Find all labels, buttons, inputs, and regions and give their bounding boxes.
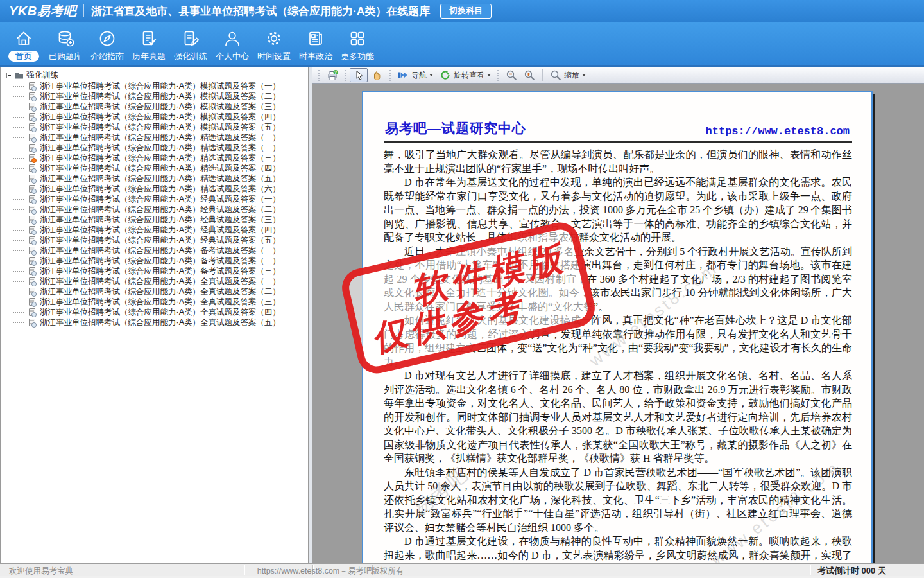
paper-label: 浙江事业单位招聘考试（综合应用能力·A类）精选试题及答案（五） <box>40 173 280 184</box>
zoom-level-label: 缩放 <box>564 70 579 81</box>
paper-doc-icon <box>29 216 35 223</box>
nav-profile[interactable]: 个人中心 <box>215 29 250 62</box>
paper-doc-icon <box>29 92 35 100</box>
tree-item-paper[interactable]: 浙江事业单位招聘考试（综合应用能力·A类）模拟试题及答案（一） <box>4 81 307 91</box>
paper-doc-icon <box>29 113 35 121</box>
paragraph: 舞，吸引了当地广大群众观看。尽管从编导到演员、配乐都是业余的，但演员们的眼神、表… <box>384 148 852 175</box>
toolbar-grip <box>389 70 391 81</box>
toolbar-grip <box>318 70 320 81</box>
nav-home-label: 首页 <box>8 51 39 62</box>
tree-item-paper[interactable]: 浙江事业单位招聘考试（综合应用能力·A类）全真试题及答案（四） <box>4 307 307 317</box>
navigate-label: 导航 <box>411 70 427 81</box>
tree-item-paper[interactable]: 浙江事业单位招聘考试（综合应用能力·A类）模拟试题及答案（二） <box>4 91 307 101</box>
app-logo: YKB易考吧 <box>9 3 76 20</box>
main-area: 强化训练 浙江事业单位招聘考试（综合应用能力·A类）模拟试题及答案（一） 浙江事… <box>0 67 924 563</box>
rotate-view-label: 旋转查看 <box>454 70 484 81</box>
document-page: 易考吧—试题研究中心 https://www.etest8.com 舞，吸引了当… <box>362 91 873 563</box>
tree-item-paper[interactable]: 浙江事业单位招聘考试（综合应用能力·A类）模拟试题及答案（五） <box>4 122 307 132</box>
tree-item-paper[interactable]: 浙江事业单位招聘考试（综合应用能力·A类）经典试题及答案（五） <box>4 235 307 245</box>
zoom-in-button[interactable] <box>520 68 538 82</box>
paper-doc-icon <box>29 103 35 110</box>
tree-item-paper[interactable]: 浙江事业单位招聘考试（综合应用能力·A类）全真试题及答案（五） <box>4 317 307 328</box>
paper-doc-icon <box>29 123 35 131</box>
nav-purchased-banks[interactable]: 已购题库 <box>48 29 83 62</box>
nav-time-settings[interactable]: 时间设置 <box>257 29 291 62</box>
collapse-expander-icon[interactable] <box>6 73 12 78</box>
tree-item-paper[interactable]: 浙江事业单位招聘考试（综合应用能力·A类）精选试题及答案（一） <box>4 132 307 143</box>
viewer-toolbar: ? 导航 旋转查看 <box>312 67 924 84</box>
paper-label: 浙江事业单位招聘考试（综合应用能力·A类）经典试题及答案（五） <box>40 235 280 246</box>
navigate-button[interactable]: 导航 <box>394 68 436 82</box>
gear-icon <box>264 29 284 48</box>
print-button[interactable]: ? <box>323 68 341 82</box>
tree-item-paper[interactable]: 浙江事业单位招聘考试（综合应用能力·A类）全真试题及答案（三） <box>4 297 307 307</box>
nav-current-affairs[interactable]: 时事政治 <box>298 29 333 62</box>
tree-item-paper[interactable]: 浙江事业单位招聘考试（综合应用能力·A类）精选试题及答案（五） <box>4 173 307 184</box>
paper-doc-icon <box>29 175 35 182</box>
tree-item-paper[interactable]: 浙江事业单位招聘考试（综合应用能力·A类）备考试题及答案（三） <box>4 266 307 276</box>
paper-label: 浙江事业单位招聘考试（综合应用能力·A类）模拟试题及答案（四） <box>40 112 280 123</box>
document-title: 易考吧—试题研究中心 <box>385 119 526 137</box>
folder-icon <box>15 72 23 79</box>
paper-doc-icon <box>29 164 35 172</box>
tree-item-paper[interactable]: 浙江事业单位招聘考试（综合应用能力·A类）精选试题及答案（三） <box>4 153 307 163</box>
exam-title: 浙江省直及地市、县事业单位招聘考试（综合应用能力·A类）在线题库 <box>91 4 430 19</box>
paper-doc-icon <box>29 206 35 213</box>
paper-label: 浙江事业单位招聘考试（综合应用能力·A类）模拟试题及答案（五） <box>40 122 280 133</box>
document-viewer: ? 导航 旋转查看 <box>312 67 924 563</box>
tree-item-paper[interactable]: 浙江事业单位招聘考试（综合应用能力·A类）全真试题及答案（二） <box>4 286 307 297</box>
toolbar-separator <box>542 69 543 81</box>
paper-doc-icon <box>29 319 35 326</box>
paragraph: D 市对现有文艺人才进行了详细摸底，建立了人才档案，组织开展文化名镇、名村、名品… <box>384 369 852 466</box>
status-copyright-text: https://www.etest8.com－易考吧版权所有 <box>237 566 424 577</box>
switch-subject-button[interactable]: 切换科目 <box>440 4 492 19</box>
paper-label: 浙江事业单位招聘考试（综合应用能力·A类）精选试题及答案（三） <box>40 153 280 164</box>
nav-intensive-training[interactable]: 强化训练 <box>173 29 208 62</box>
document-header-url: https://www.etest8.com <box>706 125 850 137</box>
paper-doc-icon <box>29 298 35 306</box>
tree-item-paper[interactable]: 浙江事业单位招聘考试（综合应用能力·A类）经典试题及答案（四） <box>4 225 307 235</box>
nav-more[interactable]: 更多功能 <box>340 29 375 62</box>
svg-text:?: ? <box>334 70 337 74</box>
paper-doc-icon <box>29 134 35 141</box>
paper-label: 浙江事业单位招聘考试（综合应用能力·A类）模拟试题及答案（一） <box>40 81 280 92</box>
hand-tool-button[interactable] <box>368 68 386 82</box>
tree-item-paper[interactable]: 浙江事业单位招聘考试（综合应用能力·A类）精选试题及答案（二） <box>4 143 307 153</box>
nav-home[interactable]: 首页 <box>6 29 41 62</box>
tree-root-node[interactable]: 强化训练 <box>4 69 307 81</box>
tree-item-paper[interactable]: 浙江事业单位招聘考试（综合应用能力·A类）备考试题及答案（一） <box>4 245 307 256</box>
tree-item-paper[interactable]: 浙江事业单位招聘考试（综合应用能力·A类）经典试题及答案（一） <box>4 194 307 204</box>
paper-doc-icon <box>29 226 35 234</box>
rotate-view-button[interactable]: 旋转查看 <box>436 68 494 82</box>
nav-guide[interactable]: 介绍指南 <box>90 29 124 62</box>
tree-item-paper[interactable]: 浙江事业单位招聘考试（综合应用能力·A类）经典试题及答案（三） <box>4 215 307 225</box>
main-toolbar: 首页 已购题库 介绍指南 历年真题 强化训练 个人中心 时间设置 时事政治 <box>0 22 924 67</box>
zoom-in-icon <box>524 69 535 81</box>
tree-item-paper[interactable]: 浙江事业单位招聘考试（综合应用能力·A类）精选试题及答案（四） <box>4 163 307 173</box>
nav-past-papers-label: 历年真题 <box>132 51 166 62</box>
paper-tree-panel: 强化训练 浙江事业单位招聘考试（综合应用能力·A类）模拟试题及答案（一） 浙江事… <box>0 67 309 563</box>
app-window: YKB易考吧 浙江省直及地市、县事业单位招聘考试（综合应用能力·A类）在线题库 … <box>0 0 924 578</box>
tree-item-paper[interactable]: 浙江事业单位招聘考试（综合应用能力·A类）全真试题及答案（一） <box>4 276 307 286</box>
zoom-out-icon <box>506 69 517 81</box>
nav-past-papers[interactable]: 历年真题 <box>132 29 166 62</box>
select-tool-button[interactable] <box>350 68 368 82</box>
tree-item-paper[interactable]: 浙江事业单位招聘考试（综合应用能力·A类）模拟试题及答案（四） <box>4 112 307 122</box>
paper-doc-icon <box>29 154 35 162</box>
paper-doc-icon <box>29 185 35 193</box>
paper-doc-icon <box>29 144 35 152</box>
paragraph: 如何避免红红火火的基层文化建设搞成一阵风，真正把文化“种”在老百姓心坎上？这是 … <box>384 313 852 369</box>
paragraph: 东旺镇李村店村的侯某等人自发成立了 D 市首家民营秧歌艺术团——“国军秧歌艺术团… <box>384 466 852 535</box>
paper-label: 浙江事业单位招聘考试（综合应用能力·A类）经典试题及答案（四） <box>40 225 280 236</box>
tree-item-paper[interactable]: 浙江事业单位招聘考试（综合应用能力·A类）模拟试题及答案（三） <box>4 101 307 112</box>
paper-label: 浙江事业单位招聘考试（综合应用能力·A类）经典试题及答案（三） <box>40 215 280 225</box>
titlebar-divider <box>83 4 84 17</box>
zoom-level-button[interactable]: 缩放 <box>547 68 589 82</box>
zoom-out-button[interactable] <box>502 68 520 82</box>
tree-item-paper[interactable]: 浙江事业单位招聘考试（综合应用能力·A类）精选试题及答案（六） <box>4 184 307 194</box>
cursor-icon <box>353 69 364 81</box>
tree-item-paper[interactable]: 浙江事业单位招聘考试（综合应用能力·A类）备考试题及答案（二） <box>4 256 307 266</box>
paper-doc-icon <box>29 247 35 254</box>
paragraph: D 市在常年为基层送文化的过程中发现，单纯的演出已经远远不能满足基层群众的文化需… <box>384 175 852 245</box>
tree-item-paper[interactable]: 浙江事业单位招聘考试（综合应用能力·A类）经典试题及答案（二） <box>4 204 307 215</box>
